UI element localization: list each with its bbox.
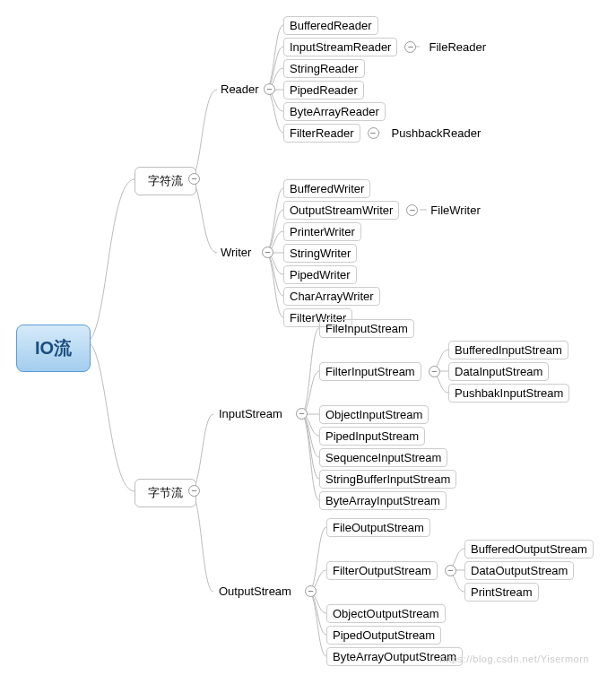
node-label: PrinterWriter xyxy=(290,225,355,238)
node-label: OutputStream xyxy=(219,584,291,598)
node-label: ObjectOutputStream xyxy=(333,607,439,620)
node-label: StringReader xyxy=(290,62,359,75)
node-label: FilterInputStream xyxy=(325,365,415,378)
node-label: SequenceInputStream xyxy=(325,451,441,464)
node-label: PushbackReader xyxy=(392,126,482,140)
node-writer: Writer xyxy=(215,244,256,261)
node-pushbackreader: PushbackReader xyxy=(386,125,487,142)
node-label: InputStreamReader xyxy=(290,40,391,54)
collapse-icon[interactable] xyxy=(445,565,456,576)
node-label: InputStream xyxy=(219,407,282,420)
node-label: StringBufferInputStream xyxy=(325,472,450,486)
node-label: PrintStream xyxy=(471,585,533,599)
collapse-icon[interactable] xyxy=(404,41,416,53)
node-pipedreader: PipedReader xyxy=(283,81,364,100)
watermark-text: https://blog.csdn.net/Yisermorn xyxy=(439,654,589,664)
node-label: DataOutputStream xyxy=(471,564,568,577)
node-filewriter: FileWriter xyxy=(425,202,485,219)
node-outputstreamwriter: OutputStreamWriter xyxy=(283,201,399,220)
collapse-icon[interactable] xyxy=(188,173,200,185)
root-node: IO流 xyxy=(16,325,91,372)
node-label: StringWriter xyxy=(290,247,351,260)
node-label: ByteArrayOutputStream xyxy=(333,650,456,663)
node-objectinputstream: ObjectInputStream xyxy=(319,405,429,424)
node-pipedoutputstream: PipedOutputStream xyxy=(326,626,441,645)
node-label: ByteArrayInputStream xyxy=(325,494,440,507)
node-chararraywriter: CharArrayWriter xyxy=(283,287,380,306)
node-outputstream: OutputStream xyxy=(213,583,297,600)
collapse-icon[interactable] xyxy=(305,585,317,597)
node-printstream: PrintStream xyxy=(464,583,539,602)
node-filterreader: FilterReader xyxy=(283,124,360,143)
node-label: ByteArrayReader xyxy=(290,105,379,118)
node-stringwriter: StringWriter xyxy=(283,244,357,263)
node-label: FileWriter xyxy=(430,203,480,217)
node-label: Reader xyxy=(221,82,259,96)
node-label: BufferedInputStream xyxy=(455,343,562,357)
node-label: FileInputStream xyxy=(325,322,408,335)
node-label: PipedOutputStream xyxy=(333,628,435,642)
node-pipedinputstream: PipedInputStream xyxy=(319,427,425,446)
node-pushbakinputstream: PushbakInputStream xyxy=(448,384,569,403)
node-label: BufferedReader xyxy=(290,19,372,32)
branch-label: 字符流 xyxy=(148,174,183,187)
collapse-icon[interactable] xyxy=(262,247,273,258)
branch-char-stream: 字符流 xyxy=(134,167,196,195)
watermark: https://blog.csdn.net/Yisermorn xyxy=(439,654,589,664)
node-label: PipedWriter xyxy=(290,268,351,281)
node-label: CharArrayWriter xyxy=(290,290,374,303)
node-stringbufferinputstream: StringBufferInputStream xyxy=(319,470,456,489)
node-label: ObjectInputStream xyxy=(325,408,422,421)
collapse-icon[interactable] xyxy=(368,127,379,139)
node-filereader: FileReader xyxy=(423,39,491,56)
branch-label: 字节流 xyxy=(148,486,183,499)
node-label: PipedInputStream xyxy=(325,429,419,443)
node-label: FileOutputStream xyxy=(333,521,424,534)
node-label: FilterOutputStream xyxy=(333,564,431,577)
node-label: Writer xyxy=(221,246,251,259)
node-bytearrayreader: ByteArrayReader xyxy=(283,102,386,121)
node-label: DataInputStream xyxy=(455,365,542,378)
branch-byte-stream: 字节流 xyxy=(134,479,196,507)
node-bytearrayinputstream: ByteArrayInputStream xyxy=(319,491,447,510)
node-fileinputstream: FileInputStream xyxy=(319,319,414,338)
collapse-icon[interactable] xyxy=(296,408,308,420)
node-bufferedoutputstream: BufferedOutputStream xyxy=(464,540,594,558)
node-label: PipedReader xyxy=(290,83,358,97)
node-label: BufferedOutputStream xyxy=(471,542,587,556)
node-pipedwriter: PipedWriter xyxy=(283,265,357,284)
node-sequenceinputstream: SequenceInputStream xyxy=(319,448,447,467)
node-label: OutputStreamWriter xyxy=(290,203,393,217)
collapse-icon[interactable] xyxy=(406,204,418,216)
collapse-icon[interactable] xyxy=(188,485,200,497)
node-buffered-reader: BufferedReader xyxy=(283,16,378,35)
node-objectoutputstream: ObjectOutputStream xyxy=(326,604,446,623)
node-inputstreamreader: InputStreamReader xyxy=(283,38,397,56)
node-datainputstream: DataInputStream xyxy=(448,362,549,381)
node-printerwriter: PrinterWriter xyxy=(283,222,361,241)
node-reader: Reader xyxy=(215,81,265,98)
node-label: BufferedWriter xyxy=(290,182,364,195)
node-dataoutputstream: DataOutputStream xyxy=(464,561,574,580)
node-inputstream: InputStream xyxy=(213,405,288,422)
collapse-icon[interactable] xyxy=(264,83,275,95)
node-fileoutputstream: FileOutputStream xyxy=(326,518,430,537)
node-label: FileReader xyxy=(429,40,486,54)
node-bufferedinputstream: BufferedInputStream xyxy=(448,341,568,359)
collapse-icon[interactable] xyxy=(429,366,440,377)
node-label: FilterReader xyxy=(290,126,354,140)
node-filterinputstream: FilterInputStream xyxy=(319,362,421,381)
node-label: PushbakInputStream xyxy=(455,386,563,400)
node-stringreader: StringReader xyxy=(283,59,365,78)
node-filteroutputstream: FilterOutputStream xyxy=(326,561,438,580)
node-bufferedwriter: BufferedWriter xyxy=(283,179,370,198)
root-label: IO流 xyxy=(35,338,72,358)
